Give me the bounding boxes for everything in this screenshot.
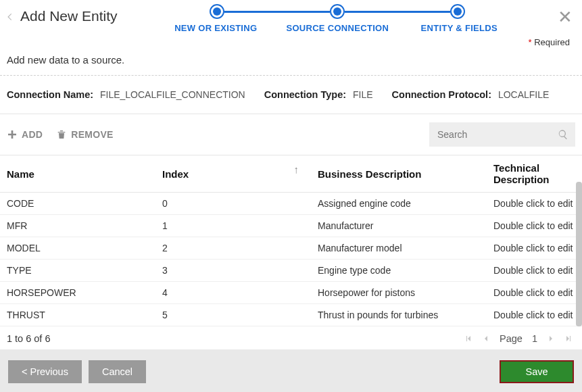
stepper: NEW OR EXISTING SOURCE CONNECTION ENTITY… bbox=[118, 4, 558, 33]
pager-info: 1 to 6 of 6 bbox=[7, 333, 51, 344]
back-button[interactable] bbox=[5, 9, 18, 26]
wizard-footer: < Previous Cancel Save bbox=[0, 349, 582, 392]
save-button[interactable]: Save bbox=[500, 360, 574, 383]
pager: 1 to 6 of 6 Page 1 bbox=[0, 332, 582, 349]
connection-name-value: FILE_LOCALFILE_CONNECTION bbox=[100, 89, 245, 100]
sort-asc-icon: ↑ bbox=[294, 164, 299, 175]
add-button[interactable]: ADD bbox=[7, 129, 43, 140]
cell-index[interactable]: 1 bbox=[155, 215, 311, 237]
required-note: * Required bbox=[0, 33, 582, 47]
cell-technical[interactable]: Double click to edit bbox=[487, 215, 582, 237]
table-row[interactable]: CODE0Assigned engine codeDouble click to… bbox=[0, 193, 582, 215]
cell-name[interactable]: CODE bbox=[0, 193, 155, 215]
cell-index[interactable]: 3 bbox=[155, 260, 311, 282]
cell-name[interactable]: HORSEPOWER bbox=[0, 282, 155, 304]
table-row[interactable]: HORSEPOWER4Horsepower for pistonsDouble … bbox=[0, 282, 582, 304]
page-last-icon[interactable] bbox=[564, 334, 573, 343]
page-title: Add New Entity bbox=[20, 8, 118, 24]
page-next-icon[interactable] bbox=[547, 334, 555, 343]
col-name[interactable]: Name bbox=[0, 155, 155, 193]
cell-index[interactable]: 2 bbox=[155, 237, 311, 260]
search-box[interactable] bbox=[429, 122, 575, 147]
required-label: Required bbox=[534, 37, 570, 47]
col-index-label: Index bbox=[162, 168, 189, 180]
cell-technical[interactable]: Double click to edit bbox=[487, 282, 582, 304]
connection-type-value: FILE bbox=[353, 89, 373, 100]
step-label-2[interactable]: SOURCE CONNECTION bbox=[276, 23, 398, 33]
add-label: ADD bbox=[22, 129, 43, 140]
connection-name-label: Connection Name: bbox=[7, 89, 93, 100]
cell-name[interactable]: MODEL bbox=[0, 237, 155, 260]
cell-technical[interactable]: Double click to edit bbox=[487, 260, 582, 282]
cell-name[interactable]: TYPE bbox=[0, 260, 155, 282]
remove-button[interactable]: REMOVE bbox=[56, 129, 113, 140]
cell-index[interactable]: 5 bbox=[155, 304, 311, 326]
vertical-scrollbar-thumb[interactable] bbox=[576, 182, 582, 326]
step-dot-2[interactable] bbox=[330, 4, 345, 19]
step-line bbox=[224, 11, 330, 13]
plus-icon bbox=[7, 129, 18, 140]
page-prev-icon[interactable] bbox=[482, 334, 490, 343]
table-row[interactable]: MODEL2Manufacturer modelDouble click to … bbox=[0, 237, 582, 260]
cell-index[interactable]: 4 bbox=[155, 282, 311, 304]
step-label-1[interactable]: NEW OR EXISTING bbox=[155, 23, 276, 33]
search-icon bbox=[558, 129, 568, 140]
vertical-scrollbar[interactable] bbox=[576, 182, 582, 326]
cell-business[interactable]: Assigned engine code bbox=[311, 193, 487, 215]
col-business[interactable]: Business Description bbox=[311, 155, 487, 193]
table-row[interactable]: TYPE3Engine type codeDouble click to edi… bbox=[0, 260, 582, 282]
cell-business[interactable]: Thrust in pounds for turbines bbox=[311, 304, 487, 326]
connection-protocol-label: Connection Protocol: bbox=[392, 89, 491, 100]
step-dot-3[interactable] bbox=[450, 4, 465, 19]
table-row[interactable]: MFR1ManufacturerDouble click to edit bbox=[0, 215, 582, 237]
wizard-header: Add New Entity NEW OR EXISTING SOURCE CO… bbox=[0, 0, 582, 33]
connection-protocol-value: LOCALFILE bbox=[498, 89, 549, 100]
table-header-row: Name Index ↑ Business Description Techni… bbox=[0, 155, 582, 193]
step-label-3[interactable]: ENTITY & FIELDS bbox=[398, 23, 520, 33]
page-number: 1 bbox=[532, 333, 537, 344]
page-first-icon[interactable] bbox=[464, 334, 472, 343]
cell-business[interactable]: Manufacturer model bbox=[311, 237, 487, 260]
step-dot-1[interactable] bbox=[210, 4, 224, 19]
cell-technical[interactable]: Double click to edit bbox=[487, 304, 582, 326]
cell-business[interactable]: Engine type code bbox=[311, 260, 487, 282]
fields-table: Name Index ↑ Business Description Techni… bbox=[0, 155, 582, 326]
col-index[interactable]: Index ↑ bbox=[155, 155, 311, 193]
page-label: Page bbox=[500, 333, 523, 344]
table-row[interactable]: THRUST5Thrust in pounds for turbinesDoub… bbox=[0, 304, 582, 326]
required-star-icon: * bbox=[529, 37, 532, 47]
cell-technical[interactable]: Double click to edit bbox=[487, 193, 582, 215]
trash-icon bbox=[56, 129, 67, 140]
step-line bbox=[345, 11, 450, 13]
cell-business[interactable]: Manufacturer bbox=[311, 215, 487, 237]
col-technical[interactable]: Technical Description bbox=[487, 155, 582, 193]
cell-business[interactable]: Horsepower for pistons bbox=[311, 282, 487, 304]
cell-name[interactable]: THRUST bbox=[0, 304, 155, 326]
cancel-button[interactable]: Cancel bbox=[89, 360, 146, 383]
cell-name[interactable]: MFR bbox=[0, 215, 155, 237]
table-toolbar: ADD REMOVE bbox=[0, 114, 582, 155]
close-icon[interactable]: ✕ bbox=[558, 8, 573, 26]
subtitle: Add new data to a source. bbox=[0, 47, 582, 75]
search-input[interactable] bbox=[436, 128, 558, 141]
previous-button[interactable]: < Previous bbox=[8, 360, 82, 383]
cell-index[interactable]: 0 bbox=[155, 193, 311, 215]
connection-info: Connection Name: FILE_LOCALFILE_CONNECTI… bbox=[0, 76, 582, 114]
remove-label: REMOVE bbox=[71, 129, 113, 140]
cell-technical[interactable]: Double click to edit bbox=[487, 237, 582, 260]
connection-type-label: Connection Type: bbox=[264, 89, 346, 100]
